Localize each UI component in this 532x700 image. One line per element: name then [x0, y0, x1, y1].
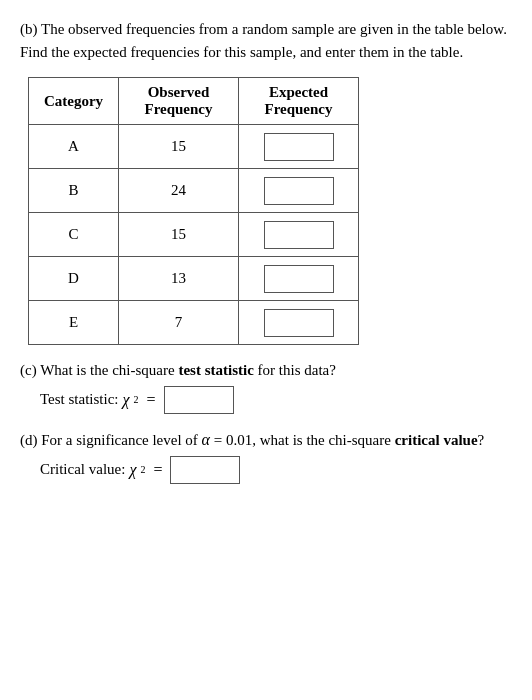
chi-symbol-c: χ: [123, 388, 130, 412]
cell-expected-E: [239, 301, 359, 345]
test-statistic-formula: Test statistic: χ2 =: [40, 386, 234, 414]
expected-input-A[interactable]: [264, 133, 334, 161]
chi-symbol-d: χ: [129, 458, 136, 482]
cell-category-D: D: [29, 257, 119, 301]
critical-value-formula: Critical value: χ2 =: [40, 456, 240, 484]
expected-input-D[interactable]: [264, 265, 334, 293]
problem-b-text: (b) The observed frequencies from a rand…: [20, 18, 512, 63]
expected-input-C[interactable]: [264, 221, 334, 249]
critical-value-input[interactable]: [170, 456, 240, 484]
table-row: C15: [29, 213, 359, 257]
table-row: A15: [29, 125, 359, 169]
problem-c-text: (c) What is the chi-square test statisti…: [20, 359, 512, 382]
expected-input-E[interactable]: [264, 309, 334, 337]
cell-observed-C: 15: [119, 213, 239, 257]
cell-observed-D: 13: [119, 257, 239, 301]
cell-expected-A: [239, 125, 359, 169]
cell-expected-B: [239, 169, 359, 213]
frequency-table: Category Observed Frequency Expected Fre…: [28, 77, 359, 345]
table-row: E7: [29, 301, 359, 345]
problem-d-text: (d) For a significance level of α = 0.01…: [20, 428, 512, 452]
expected-input-B[interactable]: [264, 177, 334, 205]
problem-d-section: (d) For a significance level of α = 0.01…: [20, 428, 512, 484]
cell-category-A: A: [29, 125, 119, 169]
superscript-c: 2: [134, 392, 139, 407]
cell-observed-A: 15: [119, 125, 239, 169]
test-statistic-label: Test statistic:: [40, 388, 119, 411]
critical-value-label: Critical value:: [40, 458, 125, 481]
header-category: Category: [29, 78, 119, 125]
table-row: D13: [29, 257, 359, 301]
cell-category-E: E: [29, 301, 119, 345]
superscript-d: 2: [140, 462, 145, 477]
test-statistic-input[interactable]: [164, 386, 234, 414]
cell-observed-B: 24: [119, 169, 239, 213]
cell-expected-D: [239, 257, 359, 301]
table-row: B24: [29, 169, 359, 213]
cell-expected-C: [239, 213, 359, 257]
header-observed: Observed Frequency: [119, 78, 239, 125]
cell-category-B: B: [29, 169, 119, 213]
cell-category-C: C: [29, 213, 119, 257]
problem-c-section: (c) What is the chi-square test statisti…: [20, 359, 512, 414]
cell-observed-E: 7: [119, 301, 239, 345]
header-expected: Expected Frequency: [239, 78, 359, 125]
